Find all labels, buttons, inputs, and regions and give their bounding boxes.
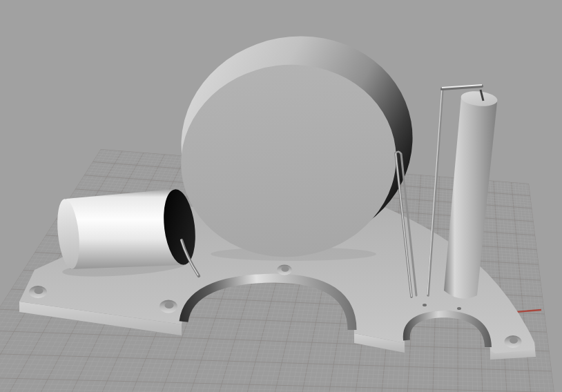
pin-hole [457,307,461,310]
pin-hole [423,304,427,306]
countersunk-hole [29,286,47,298]
cad-viewport [0,0,562,392]
viewport-3d-scene [0,0,562,392]
countersunk-hole [277,265,292,275]
capacitor-body [66,189,182,269]
capacitor-cylinder[interactable] [55,188,200,276]
countersunk-hole [505,335,522,348]
countersunk-hole [159,300,177,313]
